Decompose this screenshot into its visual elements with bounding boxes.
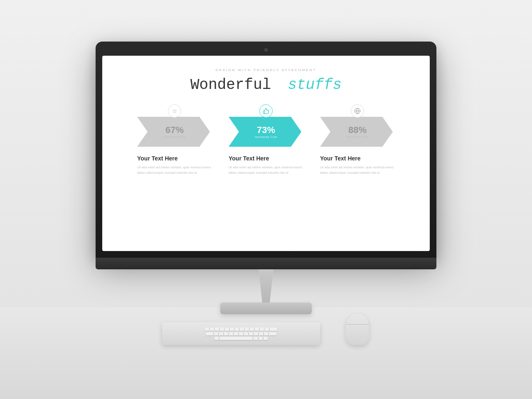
key (250, 328, 254, 331)
arrow-wrapper-2: 73% Increased Cost (229, 110, 303, 148)
key (229, 332, 233, 335)
key (225, 328, 229, 331)
key (235, 328, 239, 331)
mouse-divider (346, 324, 369, 325)
key (265, 328, 269, 331)
key (230, 328, 234, 331)
key (249, 332, 253, 335)
key (245, 328, 249, 331)
keyboard-row-1 (205, 328, 277, 331)
key (239, 332, 243, 335)
main-title: Wonderful stuffs (123, 75, 409, 94)
monitor-stand-base (220, 303, 312, 314)
monitor-chin (96, 258, 436, 269)
card-body-2: Ut wisi enim ad minim veniam, quis nostr… (229, 165, 303, 176)
title-teal: stuffs (288, 76, 342, 94)
card-title-1: Your Text Here (137, 155, 178, 162)
scene: DESIGN WITH FRIENDLY ATTACHMENT Wonderfu… (0, 0, 532, 399)
key (244, 332, 248, 335)
monitor-screen: DESIGN WITH FRIENDLY ATTACHMENT Wonderfu… (102, 56, 430, 251)
key (240, 328, 244, 331)
key (220, 328, 224, 331)
key (255, 328, 259, 331)
subtitle: DESIGN WITH FRIENDLY ATTACHMENT (123, 68, 409, 72)
arrow-text-1: 67% Increased Cost (163, 125, 186, 138)
card-body-3: Ut wisi enim ad minim veniam, quis nostr… (320, 165, 395, 176)
mouse (346, 314, 369, 345)
key (205, 328, 209, 331)
key (224, 332, 228, 335)
key (214, 332, 218, 335)
desk-surface (0, 308, 532, 399)
key (234, 332, 238, 335)
star-icon: ☆ (168, 104, 181, 118)
key (259, 337, 263, 340)
arrow-wrapper-3: 88% Increased Cost (320, 110, 395, 148)
card-3: 88% Increased Cost Your Text Here Ut wis… (312, 110, 403, 176)
key (264, 337, 268, 340)
key (219, 332, 223, 335)
key (210, 328, 214, 331)
label-1: Increased Cost (163, 135, 186, 138)
key (214, 337, 219, 340)
label-3: Increased Cost (346, 135, 369, 138)
card-2: 73% Increased Cost Your Text Here Ut wis… (220, 110, 312, 176)
key (206, 332, 213, 335)
keyboard-row-3 (214, 337, 268, 340)
title-black: Wonderful (190, 76, 271, 94)
percent-2: 73% (255, 125, 277, 135)
monitor: DESIGN WITH FRIENDLY ATTACHMENT Wonderfu… (96, 42, 436, 314)
key (260, 328, 264, 331)
card-1: ☆ 67% Increased Cost Your Text Here (129, 110, 220, 176)
card-body-1: Ut wisi enim ad minim veniam, quis nostr… (137, 165, 212, 176)
keyboard (162, 322, 320, 345)
cards-container: ☆ 67% Increased Cost Your Text Here (123, 110, 409, 176)
arrow-text-2: 73% Increased Cost (255, 125, 277, 138)
keyboard-row-2 (206, 332, 276, 335)
percent-3: 88% (346, 125, 369, 135)
key (215, 328, 219, 331)
percent-1: 67% (163, 125, 186, 135)
card-title-3: Your Text Here (320, 155, 361, 162)
spacebar-key[interactable] (219, 337, 253, 340)
key (254, 337, 258, 340)
monitor-frame: DESIGN WITH FRIENDLY ATTACHMENT Wonderfu… (96, 42, 436, 258)
thumbsup-icon (259, 104, 273, 118)
key (269, 332, 276, 335)
arrow-wrapper-1: ☆ 67% Increased Cost (137, 110, 212, 148)
globe-icon (351, 104, 364, 118)
arrow-text-3: 88% Increased Cost (346, 125, 369, 138)
key (254, 332, 258, 335)
monitor-stand-neck (254, 269, 278, 303)
camera (264, 48, 268, 52)
key (259, 332, 263, 335)
key (270, 328, 277, 331)
screen-content: DESIGN WITH FRIENDLY ATTACHMENT Wonderfu… (102, 56, 430, 251)
card-title-2: Your Text Here (229, 155, 269, 162)
label-2: Increased Cost (255, 135, 277, 138)
key (264, 332, 268, 335)
